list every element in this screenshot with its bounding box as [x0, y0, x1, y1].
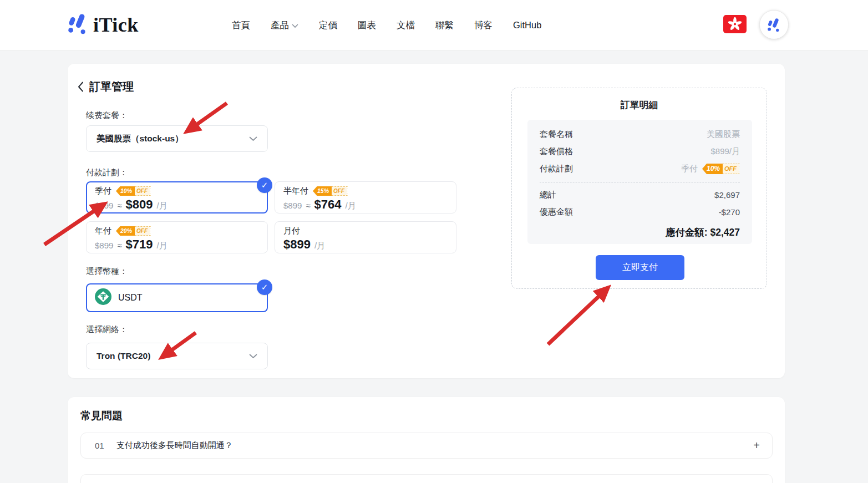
order-summary-panel: 訂單明細 套餐名稱 美國股票 套餐價格 $899/月 付款計劃 季付 10%OF… [511, 88, 767, 289]
summary-plan-value: 季付 10%OFF [681, 164, 740, 174]
usdt-icon [95, 288, 111, 307]
back-arrow-icon[interactable] [78, 82, 84, 92]
nav-github[interactable]: GitHub [513, 20, 541, 30]
plan-option-annual[interactable]: 年付 20%OFF $899 ≈ $719 /月 [86, 221, 268, 253]
plan-label: 付款計劃： [86, 167, 128, 178]
network-select[interactable]: Tron (TRC20) [86, 343, 268, 369]
package-select[interactable]: 美國股票（stock-us） [86, 125, 268, 152]
summary-total-value: $2,697 [714, 190, 740, 200]
summary-package-price-value: $899/月 [710, 146, 740, 157]
plan-option-semiannual[interactable]: 半年付 15%OFF $899 ≈ $764 /月 [275, 181, 456, 213]
discount-badge: 15%OFF [313, 186, 348, 196]
package-label: 续费套餐： [86, 110, 128, 121]
faq-item-number: 01 [95, 441, 104, 450]
faq-item-question: 支付成功後多長時間自動開通？ [116, 440, 233, 451]
plus-icon[interactable]: + [753, 439, 760, 452]
nav-charts[interactable]: 圖表 [358, 19, 376, 32]
nav-home[interactable]: 首頁 [232, 19, 250, 32]
main-nav: 首頁 產品 定價 圖表 文檔 聯繫 博客 GitHub [232, 0, 541, 50]
summary-payable: 應付金額: $2,427 [540, 226, 740, 239]
currency-label: 選擇幣種： [86, 266, 128, 277]
page-title: 訂單管理 [89, 79, 134, 94]
nav-pricing[interactable]: 定價 [319, 19, 337, 32]
faq-title: 常見問題 [80, 409, 123, 423]
itick-logo-text: iTick [93, 13, 139, 37]
itick-logo-icon [67, 12, 90, 38]
plan-option-monthly[interactable]: 月付 $899 /月 [275, 221, 456, 253]
summary-title: 訂單明細 [512, 99, 767, 111]
summary-discount-value: -$270 [719, 207, 740, 217]
faq-item-2[interactable]: 02 + [80, 474, 773, 483]
nav-products[interactable]: 產品 [271, 19, 298, 32]
chevron-down-icon [249, 354, 257, 359]
summary-plan-label: 付款計劃 [540, 164, 573, 174]
user-avatar[interactable] [759, 10, 789, 39]
summary-discount-label: 優惠金額 [540, 207, 573, 217]
discount-badge: 10%OFF [116, 186, 151, 196]
selected-check-icon: ✓ [257, 177, 272, 193]
summary-divider [540, 182, 740, 182]
network-label: 選擇網絡： [86, 324, 128, 335]
selected-check-icon: ✓ [257, 279, 272, 295]
plan-option-quarterly[interactable]: 季付 10%OFF $899 ≈ $809 /月 ✓ [86, 181, 268, 213]
summary-detail-box: 套餐名稱 美國股票 套餐價格 $899/月 付款計劃 季付 10%OFF 總計 … [527, 120, 752, 244]
language-flag-hk-icon[interactable] [723, 15, 747, 33]
faq-section: 常見問題 01 支付成功後多長時間自動開通？ + 02 + [68, 397, 785, 483]
nav-contact[interactable]: 聯繫 [435, 19, 454, 32]
avatar-itick-glyph [767, 17, 782, 33]
itick-logo[interactable]: iTick [67, 12, 139, 38]
network-select-value: Tron (TRC20) [97, 351, 150, 361]
chevron-down-icon [292, 20, 298, 30]
discount-badge: 10%OFF [702, 164, 740, 174]
faq-item-1[interactable]: 01 支付成功後多長時間自動開通？ + [80, 433, 773, 459]
summary-package-name-value: 美國股票 [707, 129, 740, 140]
chevron-down-icon [249, 136, 257, 141]
order-page: iTick 首頁 產品 定價 圖表 文檔 聯繫 博客 GitHub [0, 0, 868, 483]
top-navbar: iTick 首頁 產品 定價 圖表 文檔 聯繫 博客 GitHub [0, 0, 868, 50]
summary-total-label: 總計 [540, 190, 556, 200]
discount-badge: 20%OFF [116, 226, 151, 236]
plus-icon[interactable]: + [753, 481, 760, 483]
summary-package-price-label: 套餐價格 [540, 146, 573, 157]
currency-option-usdt[interactable]: USDT ✓ [86, 283, 268, 312]
pay-now-button[interactable]: 立即支付 [596, 255, 684, 280]
nav-blog[interactable]: 博客 [474, 19, 493, 32]
package-select-value: 美國股票（stock-us） [97, 133, 184, 145]
nav-docs[interactable]: 文檔 [397, 19, 415, 32]
currency-name: USDT [118, 293, 143, 303]
summary-package-name-label: 套餐名稱 [540, 129, 573, 140]
